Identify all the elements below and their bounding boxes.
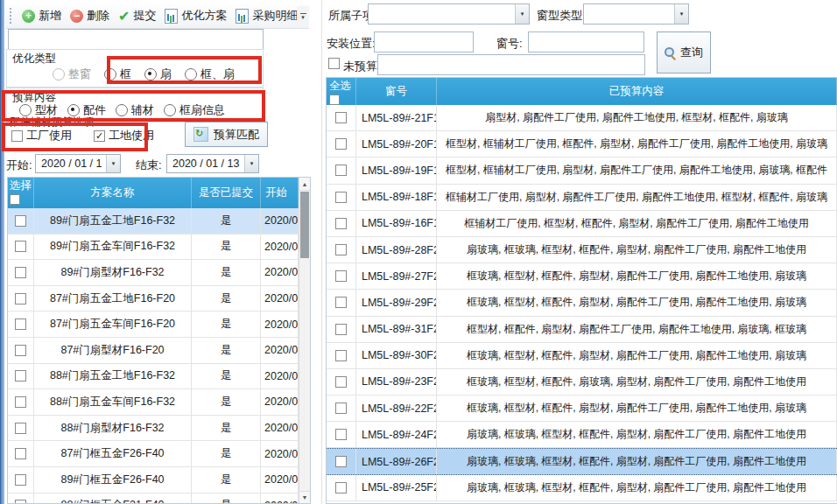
window-row-14[interactable]: LM5L-89#-25F23 扇玻璃, 框玻璃, 框型材, 框配件, 扇型材, … [327,475,837,501]
window-type-select[interactable]: ▾ [583,4,689,24]
optimize-plan-button[interactable]: 优化方案 [160,8,231,24]
window-row-11[interactable]: LM5L-89#-22F20 框玻璃, 框型材, 框配件, 扇型材, 扇配件工厂… [327,396,837,422]
row-checkbox[interactable] [335,138,347,150]
row-checkbox[interactable] [335,376,347,388]
optimize-type-option-3[interactable]: 框、扇 [185,66,235,82]
plan-search-input[interactable] [8,29,264,50]
row-checkbox[interactable] [335,350,347,361]
window-row-12[interactable]: LM5L-89#-24F22 扇玻璃, 框玻璃, 框型材, 框配件, 扇型材, … [327,422,837,448]
window-no-column-header: 窗号 [356,78,437,105]
plan-row-5[interactable]: 87#门扇型材F16-F20 是 2020/0 [8,338,299,364]
budget-match-button[interactable]: 预算匹配 [185,122,268,147]
plan-row-6[interactable]: 88#门扇五金工地F16-F32 是 2020/0 [8,364,299,390]
row-checkbox[interactable] [15,267,26,278]
window-row-0[interactable]: LM5L-89#-21F19 扇型材, 扇配件工厂使用, 扇配件工地使用, 框型… [327,105,837,131]
budgeted-content: 扇玻璃, 框玻璃, 框型材, 框配件, 扇型材, 扇配件工厂使用, 扇配件工地使… [437,237,837,262]
no-budget-input[interactable] [377,54,645,75]
budgeted-content: 框玻璃, 框型材, 框配件, 扇型材, 扇配件工厂使用, 扇配件工地使用, 扇玻… [437,343,837,368]
end-date-picker[interactable]: 2020 / 01 / 13 ▾ [166,154,259,173]
plan-row-4[interactable]: 87#门扇五金车间F16-F20 是 2020/0 [8,312,299,338]
budget-content-option-2[interactable]: 辅材 [116,102,154,118]
window-row-10[interactable]: LM5L-89#-23F21 框玻璃, 框型材, 框配件, 扇玻璃, 扇型材, … [327,369,837,396]
window-row-13[interactable]: LM5L-89#-26F24 扇玻璃, 框玻璃, 框型材, 框配件, 扇型材, … [327,448,837,474]
accessory-option-1[interactable]: 工地使用 [94,128,154,144]
plan-row-2[interactable]: 89#门扇型材F16-F32 是 2020/0 [8,260,299,286]
row-checkbox[interactable] [15,448,26,459]
plan-row-7[interactable]: 88#门扇五金车间F16-F32 是 2020/0 [8,389,299,416]
window-no: LM5L-89#-16F15 [356,211,437,236]
row-checkbox[interactable] [335,244,347,256]
row-checkbox[interactable] [15,396,26,408]
chevron-down-icon[interactable]: ▾ [674,4,688,24]
row-checkbox[interactable] [15,241,26,252]
window-row-4[interactable]: LM5L-89#-16F15 框辅材工厂使用, 框型材, 框配件, 扇型材, 扇… [327,211,837,237]
plan-row-3[interactable]: 87#门扇五金工地F16-F20 是 2020/0 [8,286,299,312]
start-date-picker[interactable]: 2020 / 01 / 1 ▾ [35,154,121,173]
plan-row-10[interactable]: 89#门框五金F26-F40 是 2020/0 [8,467,299,494]
budget-content-option-3[interactable]: 框扇信息 [164,102,225,118]
install-position-input[interactable] [374,32,474,52]
plus-icon: + [22,10,35,23]
plan-row-11[interactable]: 88#门框五金F21-F40 是 2020/0 [8,494,299,504]
no-budget-checkbox[interactable] [328,58,340,69]
window-row-5[interactable]: LM5L-89#-28F26 扇玻璃, 框玻璃, 框型材, 框配件, 扇型材, … [327,237,837,263]
row-checkbox[interactable] [15,474,26,486]
add-button[interactable]: + 新增 [18,8,66,24]
radio-icon [185,68,197,80]
scroll-up-button[interactable]: ▲ [299,178,310,191]
optimize-type-option-2[interactable]: 扇 [144,66,172,82]
row-checkbox[interactable] [15,345,26,356]
budgeted-content: 框型材, 框配件, 扇型材, 扇配件工厂使用, 扇配件工地使用, 扇玻璃, 框玻… [437,317,837,342]
select-all-checkbox[interactable] [10,194,20,205]
start-column-header: 开始 [261,178,299,208]
row-checkbox[interactable] [335,164,347,176]
row-checkbox[interactable] [335,402,347,414]
row-checkbox[interactable] [15,293,26,304]
submit-button[interactable]: ✔ 提交 [114,8,160,24]
window-row-2[interactable]: LM5L-89#-19F17 框型材, 框辅材工厂使用, 扇型材, 扇配件工厂使… [327,158,837,184]
scrollbar-thumb[interactable] [300,192,309,258]
optimize-type-option-0[interactable]: 整窗 [53,66,91,82]
chevron-down-icon[interactable]: ▾ [515,4,529,24]
window-no: LM5L-89#-31F29 [356,317,437,342]
row-checkbox[interactable] [15,215,26,227]
row-checkbox[interactable] [335,482,347,494]
scroll-down-button[interactable]: ▼ [299,491,310,503]
window-row-6[interactable]: LM5L-89#-27F25 框玻璃, 框型材, 框配件, 扇型材, 扇配件工厂… [327,263,837,290]
delete-button[interactable]: − 删除 [66,8,114,24]
plan-row-8[interactable]: 88#门扇型材F16-F32 是 2020/0 [8,416,299,442]
plan-table-scrollbar[interactable]: ▲ ▼ [299,178,310,503]
row-checkbox[interactable] [335,192,347,203]
submitted-column-header: 是否已提交 [192,178,261,208]
window-row-8[interactable]: LM5L-89#-31F29 框型材, 框配件, 扇型材, 扇配件工厂使用, 扇… [327,317,837,343]
window-row-7[interactable]: LM5L-89#-29F27 框玻璃, 框型材, 框配件, 扇型材, 扇配件工厂… [327,290,837,316]
row-checkbox[interactable] [15,370,26,382]
row-checkbox[interactable] [335,324,347,335]
plan-row-1[interactable]: 89#门扇五金车间F16-F32 是 2020/0 [8,234,299,261]
plan-name: 89#门扇五金车间F16-F32 [34,234,192,260]
toolbar-overflow-button[interactable]: ▾ [297,6,309,26]
window-row-3[interactable]: LM5L-89#-18F16 框辅材工厂使用, 扇型材, 扇配件工厂使用, 扇配… [327,185,837,211]
select-all-checkbox[interactable] [329,94,340,105]
optimize-type-option-1[interactable]: 框 [104,66,131,82]
query-button[interactable]: 查询 [657,32,711,74]
row-checkbox[interactable] [15,423,26,434]
plan-row-9[interactable]: 87#门框五金F26-F40 是 2020/0 [8,441,299,467]
row-checkbox[interactable] [335,456,347,467]
accessory-option-0[interactable]: 工厂使用 [11,128,72,144]
row-checkbox[interactable] [335,112,347,123]
row-checkbox[interactable] [335,218,347,229]
window-row-9[interactable]: LM5L-89#-30F28 框玻璃, 框型材, 框配件, 扇型材, 扇配件工厂… [327,343,837,369]
row-checkbox[interactable] [15,318,26,330]
chevron-down-icon[interactable]: ▾ [244,155,258,172]
row-checkbox[interactable] [335,429,347,440]
chevron-down-icon[interactable]: ▾ [106,155,120,172]
window-no-input[interactable] [528,32,644,52]
row-checkbox[interactable] [335,297,347,308]
window-row-1[interactable]: LM5L-89#-20F18 框型材, 框辅材工厂使用, 框配件, 扇型材, 扇… [327,131,837,158]
sub-item-select[interactable]: ▾ [368,4,530,24]
plan-submitted: 是 [192,416,261,441]
row-checkbox[interactable] [15,500,26,504]
plan-row-0[interactable]: 89#门扇五金工地F16-F32 是 2020/0 [8,208,299,234]
row-checkbox[interactable] [335,270,347,282]
